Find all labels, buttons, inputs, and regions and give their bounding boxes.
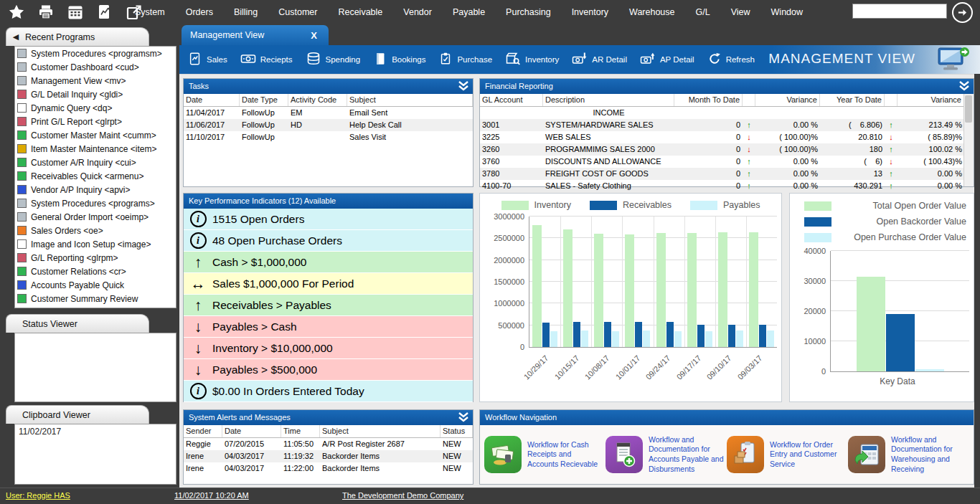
table-row[interactable]: 11/06/2017FollowUpHDHelp Desk Call	[184, 119, 473, 131]
sidebar-item-image-and-icon-setup[interactable]: Image and Icon Setup <image>	[15, 237, 176, 251]
menu-g-l[interactable]: G/L	[696, 7, 710, 17]
menu-system[interactable]: System	[135, 7, 165, 17]
workflow-item-workflow-for-order-entry-and-customer-se[interactable]: Workflow for Order Entry and Customer Se…	[727, 436, 848, 473]
go-button[interactable]	[952, 2, 973, 23]
kpi-row-receivables-payables[interactable]: ↑Receivables > Payables	[184, 295, 473, 316]
toolbar-button-spending[interactable]: Spending	[304, 49, 362, 70]
toolbar-button-ar-detail[interactable]: AR Detail	[570, 49, 628, 70]
sidebar-item-customer-master-maint[interactable]: Customer Master Maint <cumm>	[15, 128, 176, 142]
menu-vendor[interactable]: Vendor	[403, 7, 432, 17]
column-header-gl-account: GL Account	[480, 94, 543, 106]
sidebar-item-system-procedures[interactable]: System Procedures <programs>	[15, 196, 176, 210]
collapse-sidebar-icon[interactable]: ◀	[6, 32, 25, 42]
status-viewer-tab[interactable]: Status Viewer	[6, 314, 149, 333]
toolbar-button-refresh[interactable]: Refresh	[706, 50, 756, 70]
sidebar-item-sales-orders[interactable]: Sales Orders <oe>	[15, 224, 176, 237]
menu-purchasing[interactable]: Purchasing	[506, 7, 551, 17]
toolbar-button-sales[interactable]: Sales	[187, 50, 229, 70]
menu-window[interactable]: Window	[771, 7, 803, 17]
kpi-row-inventory-10-000-000[interactable]: ↓Inventory > $10,000,000	[184, 338, 473, 359]
table-row[interactable]: 11/10/2017FollowUpSales Visit	[184, 131, 473, 143]
toolbar-button-bookings[interactable]: Bookings	[372, 50, 427, 70]
collapse-panel-icon[interactable]	[458, 412, 469, 427]
financial-row[interactable]: 3225WEB SALES0↓( 100.00)%20.810↓( 85.89)…	[480, 131, 964, 143]
datetime-link[interactable]: 11/02/2017 10:20 AM	[174, 491, 249, 500]
table-row[interactable]: Irene04/03/201711:19:32Backorder ItemsNE…	[184, 450, 473, 462]
sidebar-item-management-view[interactable]: Management View <mv>	[15, 74, 176, 87]
sidebar-item-print-g-l-report[interactable]: Print G/L Report <glrpt>	[15, 115, 176, 128]
global-search-input[interactable]	[852, 4, 947, 19]
kpi-row-48-open-purchase-orders[interactable]: i48 Open Purchase Orders	[184, 230, 473, 252]
cell: 0	[674, 168, 743, 180]
report-icon[interactable]	[95, 3, 114, 22]
bar-receivables	[697, 325, 705, 347]
workflow-item-workflow-and-documentation-for-accounts-[interactable]: Workflow and Documentation for Accounts …	[606, 435, 727, 475]
workflow-item-workflow-and-documentation-for-warehousi[interactable]: Workflow and Documentation for Warehousi…	[848, 435, 969, 475]
menu-orders[interactable]: Orders	[186, 7, 213, 17]
kpi-row-1515-open-orders[interactable]: i1515 Open Orders	[184, 209, 473, 230]
user-link[interactable]: User: Reggie HAS	[6, 491, 70, 500]
vertical-scrollbar[interactable]	[963, 94, 974, 186]
toolbar-button-purchase[interactable]: Purchase	[437, 50, 494, 70]
y-tick-label: 40000	[804, 247, 826, 255]
financial-row[interactable]: 3760DISCOUNTS AND ALLOWANCE0↑0.00 %( 6)↓…	[480, 156, 964, 168]
workflow-item-workflow-for-cash-receipts-and-accounts-[interactable]: Workflow for Cash Receipts and Accounts …	[484, 436, 606, 473]
sidebar-item-receivables-quick[interactable]: Receivables Quick <armenu>	[15, 169, 176, 183]
favorite-star-icon[interactable]	[7, 3, 26, 22]
sidebar-item-g-l-detail-inquiry[interactable]: G/L Detail Inquiry <gldi>	[15, 87, 176, 101]
collapse-panel-icon[interactable]	[458, 81, 469, 96]
kpi-row-payables-cash[interactable]: ↓Payables > Cash	[184, 316, 473, 338]
tab-management-view[interactable]: Management View X	[182, 25, 329, 45]
menu-customer[interactable]: Customer	[278, 7, 317, 17]
financial-row[interactable]: 3001SYSTEM/HARDWARE SALES0↑0.00 %( 6.806…	[480, 119, 964, 131]
program-label: Customer Dashboard <cud>	[31, 62, 139, 72]
info-circle-glyph: i	[190, 383, 207, 399]
workflow-items: Workflow for Cash Receipts and Accounts …	[480, 425, 974, 484]
menu-payable[interactable]: Payable	[453, 7, 485, 17]
toolbar-button-inventory[interactable]: Inventory	[504, 49, 560, 70]
kpi-row-0-00-in-orders-entered-today[interactable]: i$0.00 In Orders Entered Today	[184, 381, 473, 402]
menu-view[interactable]: View	[731, 7, 750, 17]
menu-receivable[interactable]: Receivable	[338, 7, 382, 17]
toolbar-button-ap-detail[interactable]: AP Detail	[639, 49, 696, 70]
financial-table: GL AccountDescriptionMonth To DateVarian…	[480, 94, 964, 192]
sidebar-item-customer-a-r-inquiry[interactable]: Customer A/R Inquiry <cui>	[15, 156, 176, 169]
financial-row[interactable]: 4100-70SALES - Safety Clothing0↑0.00 %43…	[480, 180, 964, 192]
toolbar-button-reciepts[interactable]: Reciepts	[239, 49, 294, 70]
sidebar-item-dynamic-query[interactable]: Dynamic Query <dq>	[15, 101, 176, 115]
financial-row[interactable]: 3260PROGRAMMIMG SALES 20000↓( 100.00)%18…	[480, 143, 964, 156]
calendar-icon[interactable]	[66, 3, 85, 22]
cell: 3225	[480, 131, 543, 143]
table-row[interactable]: Reggie07/20/201511:05:50A/R Post Registe…	[184, 438, 473, 450]
sidebar-item-vendor-a-p-inquiry[interactable]: Vendor A/P Inquiry <apvi>	[15, 183, 176, 196]
print-icon[interactable]	[37, 3, 55, 22]
financial-row[interactable]: 3780FREIGHT COST OF GOODS0↑0.00 %13↑0.00…	[480, 168, 964, 180]
y-tick-label: 2500000	[494, 234, 524, 242]
sidebar-item-item-master-maintenance[interactable]: Item Master Maintenance <item>	[15, 142, 176, 156]
bar-group-10-15-17	[560, 217, 591, 347]
monitor-icon[interactable]	[937, 45, 970, 74]
sidebar-item-g-l-reporting[interactable]: G/L Reporting <glrpm>	[15, 251, 176, 265]
close-tab-icon[interactable]: X	[311, 30, 317, 41]
table-row[interactable]: 11/04/2017FollowUpEMEmail Sent	[184, 107, 473, 119]
kpi-row-payables-500-000[interactable]: ↓Payables > $500,000	[184, 359, 473, 381]
clipboard-viewer-tab[interactable]: Clipboard Viewer	[6, 405, 149, 424]
sidebar-item-customer-summary-review[interactable]: Customer Summary Review	[15, 292, 176, 305]
sidebar-item-general-order-import[interactable]: General Order Import <oeimp>	[15, 210, 176, 224]
company-link[interactable]: The Development Demo Company	[342, 491, 463, 500]
sidebar-item-accounts-payable-quick[interactable]: Accounts Payable Quick	[15, 278, 176, 292]
recent-programs-tab[interactable]: ◀ Recent Programs	[6, 27, 149, 46]
table-row[interactable]: Irene04/03/201711:22:00Backorder ItemsNE…	[184, 462, 473, 475]
menu-inventory[interactable]: Inventory	[572, 7, 608, 17]
cell: Help Desk Call	[347, 119, 473, 131]
menu-warehouse[interactable]: Warehouse	[629, 7, 674, 17]
kpi-row-sales-1-000-000-for-period[interactable]: ↔Sales $1,000,000 For Period	[184, 273, 473, 295]
y-tick-label: 30000	[804, 277, 826, 285]
sidebar-item-system-procedures[interactable]: System Procedures <programsm>	[15, 47, 176, 60]
sidebar-item-customer-dashboard[interactable]: Customer Dashboard <cud>	[15, 60, 176, 74]
y-axis-labels: 010000200003000040000	[794, 251, 830, 371]
menu-billing[interactable]: Billing	[234, 7, 258, 17]
kpi-row-cash-1-000-000[interactable]: ↑Cash > $1,000,000	[184, 252, 473, 273]
kpi-text: Payables > $500,000	[212, 363, 317, 376]
sidebar-item-customer-relations[interactable]: Customer Relations <cr>	[15, 265, 176, 278]
